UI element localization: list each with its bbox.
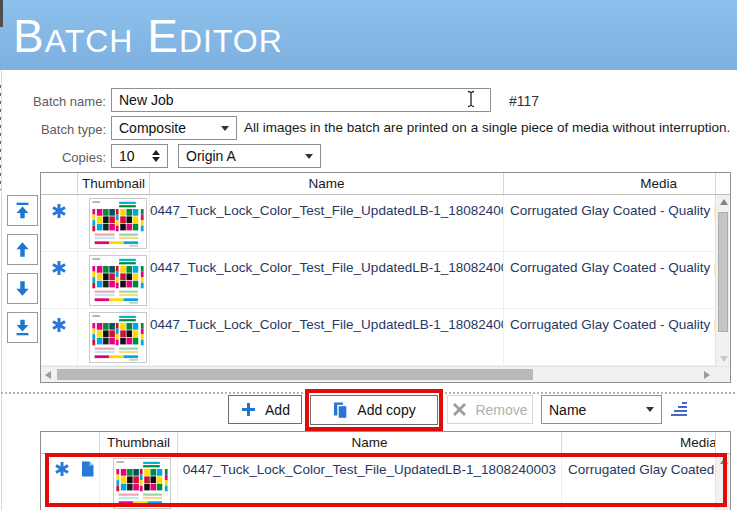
thumbnail-cell [77, 252, 149, 308]
table-row[interactable]: 0447_Tuck_Lock_Color_Test_File_UpdatedLB… [41, 454, 715, 510]
chevron-down-icon [646, 407, 654, 412]
vertical-scrollbar[interactable] [715, 195, 730, 366]
table-header-row: Thumbnail Name Media [41, 432, 730, 454]
arrow-up-bar-icon [13, 201, 32, 220]
scroll-right-icon[interactable] [700, 369, 714, 381]
move-up-button[interactable] [7, 234, 38, 265]
batch-type-dropdown[interactable]: Composite [111, 116, 237, 140]
name-column-header[interactable]: Name [177, 432, 561, 453]
thumbnail-column-header[interactable]: Thumbnail [77, 173, 149, 194]
asterisk-icon [51, 317, 67, 333]
media-cell: Corrugated Glay Coated - Quality [ [561, 454, 715, 510]
color-test-thumbnail [113, 458, 171, 509]
header-banner: Batch Editor [0, 0, 737, 70]
thumbnail-cell [99, 454, 177, 510]
sort-by-dropdown[interactable]: Name [541, 395, 662, 424]
color-test-thumbnail [89, 198, 147, 249]
table-row[interactable]: 0447_Tuck_Lock_Color_Test_File_UpdatedLB… [41, 252, 715, 309]
scrollbar-thumb[interactable] [57, 369, 533, 380]
sort-direction-button[interactable] [669, 398, 689, 422]
batch-type-label: Batch type: [6, 122, 106, 137]
name-cell: 0447_Tuck_Lock_Color_Test_File_UpdatedLB… [177, 454, 561, 510]
batch-name-value: New Job [119, 92, 173, 108]
copies-label: Copies: [6, 150, 106, 165]
window-edge-artifact [0, 0, 3, 27]
remove-button-label: Remove [475, 402, 527, 418]
status-column-header [41, 173, 77, 194]
media-cell: Corrugated Glay Coated - Quality [ [503, 309, 715, 365]
name-cell: 0447_Tuck_Lock_Color_Test_File_UpdatedLB… [149, 195, 503, 251]
batch-images-table: Thumbnail Name Media [40, 172, 731, 383]
chevron-down-icon [221, 126, 229, 131]
chevron-down-icon [305, 154, 313, 159]
arrow-up-icon [13, 240, 32, 259]
scrollbar-thumb[interactable] [718, 212, 728, 332]
add-copy-button-label: Add copy [357, 402, 415, 418]
table-row[interactable]: 0447_Tuck_Lock_Color_Test_File_UpdatedLB… [41, 309, 715, 366]
horizontal-scrollbar[interactable] [41, 366, 730, 382]
text-cursor-icon [466, 90, 476, 112]
scroll-left-icon[interactable] [41, 369, 55, 381]
remove-button[interactable]: Remove [447, 395, 533, 424]
scroll-down-icon[interactable] [716, 352, 731, 366]
move-down-button[interactable] [7, 273, 38, 304]
thumbnail-cell [77, 309, 149, 365]
scroll-up-icon[interactable] [716, 195, 731, 209]
color-test-thumbnail [89, 255, 147, 306]
media-column-header[interactable]: Media [503, 173, 715, 194]
media-cell: Corrugated Glay Coated - Quality [ [503, 252, 715, 308]
origin-dropdown[interactable]: Origin A [178, 144, 321, 168]
header-scroll-corner [715, 432, 730, 453]
x-icon [452, 402, 467, 417]
add-copy-button[interactable]: Add copy [310, 395, 438, 425]
copy-pages-icon [332, 401, 349, 420]
status-column-header [41, 432, 99, 453]
add-button-label: Add [265, 402, 290, 418]
copy-page-icon [81, 461, 94, 477]
table-row[interactable]: 0447_Tuck_Lock_Color_Test_File_UpdatedLB… [41, 195, 715, 252]
arrow-down-icon [13, 279, 32, 298]
batch-type-value: Composite [119, 120, 186, 136]
asterisk-icon [51, 260, 67, 276]
page-title: Batch Editor [13, 8, 283, 64]
status-cell [41, 252, 77, 308]
name-cell: 0447_Tuck_Lock_Color_Test_File_UpdatedLB… [149, 309, 503, 365]
spinner-arrows-icon[interactable] [152, 150, 160, 162]
status-cell [41, 195, 77, 251]
media-cell: Corrugated Glay Coated - Quality [ [503, 195, 715, 251]
media-column-header[interactable]: Media [561, 432, 715, 453]
annotation-highlight-add-copy: Add copy [305, 389, 443, 431]
move-top-button[interactable] [7, 195, 38, 226]
move-bottom-button[interactable] [7, 312, 38, 343]
origin-value: Origin A [186, 148, 236, 164]
batch-result-table: Thumbnail Name Media [40, 431, 731, 510]
color-test-thumbnail [89, 312, 147, 363]
batch-number: #117 [509, 93, 539, 109]
status-cell [41, 309, 77, 365]
name-column-header[interactable]: Name [149, 173, 503, 194]
asterisk-icon [54, 461, 70, 477]
header-scroll-corner [715, 173, 730, 194]
scroll-up-icon[interactable] [716, 454, 731, 468]
vertical-scrollbar[interactable] [715, 454, 730, 510]
add-button[interactable]: Add [228, 395, 302, 424]
sort-by-value: Name [549, 402, 586, 418]
plus-icon [240, 401, 257, 418]
arrow-down-bar-icon [13, 318, 32, 337]
window-edge-line [1, 70, 2, 510]
copies-stepper[interactable]: 10 [111, 144, 168, 168]
table-header-row: Thumbnail Name Media [41, 173, 730, 195]
thumbnail-cell [77, 195, 149, 251]
batch-name-label: Batch name: [6, 94, 106, 109]
copies-value: 10 [119, 148, 135, 164]
status-cell [41, 454, 99, 510]
asterisk-icon [51, 203, 67, 219]
batch-type-description: All images in the batch are printed on a… [244, 120, 736, 135]
batch-name-input[interactable]: New Job [111, 88, 491, 112]
thumbnail-column-header[interactable]: Thumbnail [99, 432, 177, 453]
batch-editor-window: Batch Editor Batch name: New Job #117 Ba… [0, 0, 737, 510]
name-cell: 0447_Tuck_Lock_Color_Test_File_UpdatedLB… [149, 252, 503, 308]
sort-ascending-icon [670, 400, 688, 420]
